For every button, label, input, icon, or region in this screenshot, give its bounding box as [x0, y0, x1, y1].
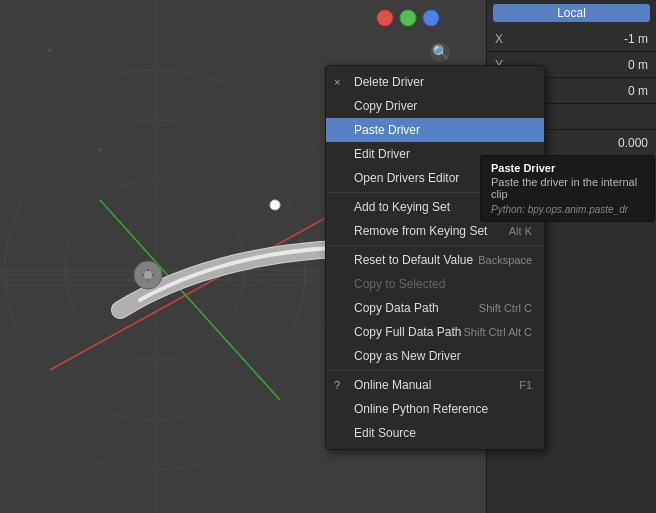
- svg-point-16: [49, 49, 52, 52]
- tooltip-description: Paste the driver in the internal clip: [491, 176, 644, 200]
- copy-data-path-label: Copy Data Path: [354, 301, 439, 315]
- copy-new-driver-label: Copy as New Driver: [354, 349, 461, 363]
- separator-2: [326, 245, 544, 246]
- menu-item-python-reference[interactable]: Online Python Reference: [326, 397, 544, 421]
- edit-source-label: Edit Source: [354, 426, 416, 440]
- tooltip-python: Python: bpy.ops.anim.paste_dr: [491, 204, 644, 215]
- copy-driver-label: Copy Driver: [354, 99, 417, 113]
- local-button[interactable]: Local: [493, 4, 650, 22]
- delete-driver-label: Delete Driver: [354, 75, 424, 89]
- menu-item-copy-full-data-path[interactable]: Copy Full Data Path Shift Ctrl Alt C: [326, 320, 544, 344]
- paste-driver-label: Paste Driver: [354, 123, 420, 137]
- svg-point-20: [423, 10, 439, 26]
- open-drivers-editor-label: Open Drivers Editor: [354, 171, 459, 185]
- x-value: -1 m: [624, 32, 648, 46]
- delete-driver-icon: ×: [334, 76, 340, 88]
- menu-item-edit-source[interactable]: Edit Source: [326, 421, 544, 445]
- tooltip-title: Paste Driver: [491, 162, 644, 174]
- y-value: 0 m: [628, 58, 648, 72]
- svg-point-19: [400, 10, 416, 26]
- remove-keying-set-shortcut: Alt K: [509, 225, 532, 237]
- menu-item-delete-driver[interactable]: × Delete Driver: [326, 70, 544, 94]
- menu-item-online-manual[interactable]: ? Online Manual F1: [326, 373, 544, 397]
- menu-item-remove-keying-set[interactable]: Remove from Keying Set Alt K: [326, 219, 544, 243]
- magnifier-icon[interactable]: 🔍: [430, 42, 450, 62]
- remove-keying-set-label: Remove from Keying Set: [354, 224, 487, 238]
- python-reference-label: Online Python Reference: [354, 402, 488, 416]
- copy-data-path-shortcut: Shift Ctrl C: [479, 302, 532, 314]
- online-manual-shortcut: F1: [519, 379, 532, 391]
- svg-point-11: [270, 200, 280, 210]
- copy-to-selected-label: Copy to Selected: [354, 277, 445, 291]
- x-coord-row: X -1 m: [487, 26, 656, 52]
- menu-item-paste-driver[interactable]: Paste Driver: [326, 118, 544, 142]
- copy-full-data-path-label: Copy Full Data Path: [354, 325, 461, 339]
- menu-item-copy-data-path[interactable]: Copy Data Path Shift Ctrl C: [326, 296, 544, 320]
- reset-default-shortcut: Backspace: [478, 254, 532, 266]
- edit-driver-label: Edit Driver: [354, 147, 410, 161]
- svg-point-18: [377, 10, 393, 26]
- menu-item-copy-to-selected: Copy to Selected: [326, 272, 544, 296]
- add-keying-set-label: Add to Keying Set: [354, 200, 450, 214]
- z-value: 0 m: [628, 84, 648, 98]
- menu-item-copy-new-driver[interactable]: Copy as New Driver: [326, 344, 544, 368]
- paste-driver-tooltip: Paste Driver Paste the driver in the int…: [480, 155, 655, 222]
- context-menu: × Delete Driver Copy Driver Paste Driver…: [325, 65, 545, 450]
- value1: 0.000: [618, 136, 648, 150]
- svg-point-15: [144, 271, 152, 279]
- svg-point-17: [99, 149, 102, 152]
- x-label: X: [495, 32, 515, 46]
- online-manual-icon: ?: [334, 379, 340, 391]
- menu-item-copy-driver[interactable]: Copy Driver: [326, 94, 544, 118]
- separator-3: [326, 370, 544, 371]
- menu-item-reset-default[interactable]: Reset to Default Value Backspace: [326, 248, 544, 272]
- reset-default-label: Reset to Default Value: [354, 253, 473, 267]
- copy-full-data-path-shortcut: Shift Ctrl Alt C: [464, 326, 532, 338]
- online-manual-label: Online Manual: [354, 378, 431, 392]
